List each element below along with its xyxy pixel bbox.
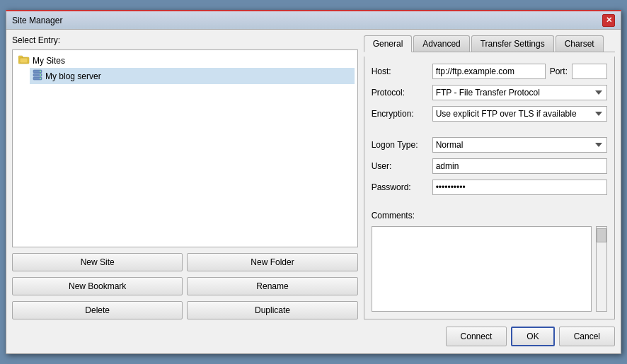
buttons-row-3: Delete Duplicate (12, 301, 358, 319)
encryption-row: Encryption: Only use plain FTP (insecure… (372, 106, 607, 122)
tree-item-root[interactable]: My Sites (16, 53, 355, 68)
comments-container (372, 226, 607, 312)
host-row: Host: Port: (372, 64, 607, 79)
tab-transfer-settings[interactable]: Transfer Settings (471, 35, 554, 52)
tree-item-child[interactable]: My blog server (30, 68, 355, 84)
ok-button[interactable]: OK (511, 327, 554, 346)
separator-1 (372, 127, 607, 131)
tree-child-label: My blog server (45, 71, 101, 81)
left-panel: Select Entry: My Sites (12, 35, 358, 319)
tab-charset[interactable]: Charset (556, 35, 604, 52)
new-folder-button[interactable]: New Folder (187, 253, 357, 271)
delete-button[interactable]: Delete (12, 301, 183, 319)
buttons-row-2: New Bookmark Rename (12, 277, 358, 295)
select-entry-label: Select Entry: (12, 35, 358, 45)
user-input[interactable] (432, 158, 607, 174)
title-bar: Site Manager ✕ (6, 11, 621, 30)
password-row: Password: (372, 180, 607, 195)
folder-icon (18, 54, 30, 66)
tabs: General Advanced Transfer Settings Chars… (364, 35, 615, 52)
buttons-row-1: New Site New Folder (12, 253, 358, 271)
logon-type-select[interactable]: Anonymous Normal Ask for password Intera… (432, 137, 607, 153)
encryption-select[interactable]: Only use plain FTP (insecure) Use explic… (432, 106, 607, 122)
host-label: Host: (372, 66, 428, 76)
duplicate-button[interactable]: Duplicate (187, 301, 357, 319)
svg-point-8 (40, 78, 41, 79)
comments-label: Comments: (372, 211, 428, 221)
port-label: Port: (550, 66, 568, 76)
tab-general[interactable]: General (364, 35, 413, 52)
footer: Connect OK Cancel (12, 324, 615, 348)
main-content: Select Entry: My Sites (12, 35, 615, 319)
comments-textarea[interactable] (372, 226, 592, 312)
port-input[interactable] (572, 64, 607, 79)
encryption-label: Encryption: (372, 109, 428, 119)
svg-rect-1 (18, 56, 23, 58)
protocol-label: Protocol: (372, 88, 428, 98)
right-panel: General Advanced Transfer Settings Chars… (364, 35, 615, 319)
site-manager-window: Site Manager ✕ Select Entry: (6, 10, 621, 354)
window-body: Select Entry: My Sites (6, 30, 621, 353)
host-input[interactable] (432, 64, 546, 79)
connect-button[interactable]: Connect (446, 327, 507, 346)
protocol-row: Protocol: FTP - File Transfer Protocol S… (372, 85, 607, 100)
svg-point-7 (40, 74, 41, 76)
comments-scrollbar[interactable] (596, 226, 607, 312)
tab-content-general: Host: Port: Protocol: FTP - File Transfe… (364, 57, 615, 319)
password-label: Password: (372, 182, 428, 192)
tree-view: My Sites (12, 49, 358, 247)
rename-button[interactable]: Rename (187, 277, 357, 295)
tree-root-label: My Sites (33, 56, 65, 66)
close-button[interactable]: ✕ (602, 14, 615, 27)
user-row: User: (372, 158, 607, 174)
logon-type-row: Logon Type: Anonymous Normal Ask for pas… (372, 137, 607, 153)
scrollbar-thumb (597, 228, 606, 242)
svg-point-6 (40, 71, 41, 72)
password-input[interactable] (432, 180, 607, 195)
separator-2 (372, 201, 607, 205)
new-site-button[interactable]: New Site (12, 253, 183, 271)
cancel-button[interactable]: Cancel (559, 327, 615, 346)
server-icon (33, 69, 42, 83)
logon-type-label: Logon Type: (372, 140, 428, 150)
window-title: Site Manager (12, 16, 62, 25)
user-label: User: (372, 161, 428, 171)
protocol-select[interactable]: FTP - File Transfer Protocol SFTP - SSH … (432, 85, 607, 100)
tab-advanced[interactable]: Advanced (413, 35, 469, 52)
svg-rect-2 (20, 58, 28, 63)
new-bookmark-button[interactable]: New Bookmark (12, 277, 183, 295)
comments-label-row: Comments: (372, 211, 607, 221)
